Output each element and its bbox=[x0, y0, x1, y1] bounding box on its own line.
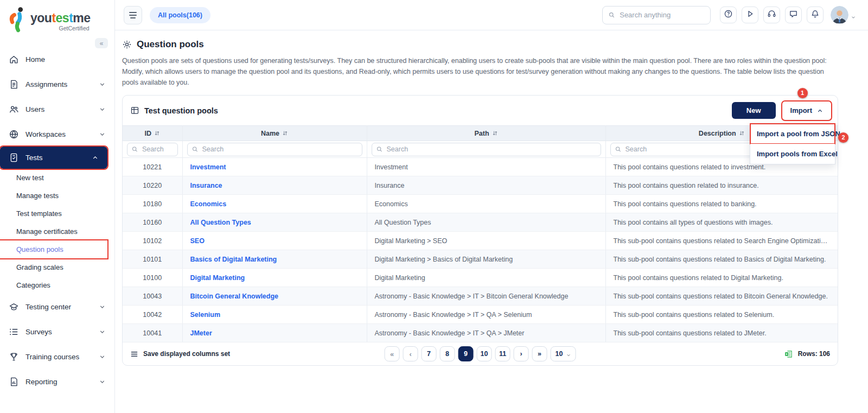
last-page-button[interactable]: » bbox=[532, 346, 547, 361]
search-icon bbox=[131, 145, 138, 152]
training-courses-icon bbox=[9, 352, 19, 362]
rows-count: Rows: 106 bbox=[798, 350, 830, 358]
sidebar-item-label: Surveys bbox=[25, 328, 52, 336]
pool-link[interactable]: All Question Types bbox=[190, 219, 251, 226]
sidebar-item-label: Reporting bbox=[25, 378, 58, 386]
excel-export-icon[interactable] bbox=[784, 350, 793, 359]
play-button[interactable] bbox=[742, 7, 758, 23]
home-icon bbox=[9, 54, 19, 65]
pagination: «‹7891011›»10 bbox=[385, 346, 576, 361]
sidebar-item-new-test[interactable]: New test bbox=[0, 169, 107, 187]
save-columns-button[interactable]: Save displayed columns set bbox=[130, 350, 230, 358]
cell-description: This pool contains question related to i… bbox=[605, 176, 838, 195]
global-search[interactable] bbox=[602, 6, 711, 24]
pool-link[interactable]: Economics bbox=[190, 200, 227, 208]
search-icon bbox=[615, 145, 622, 152]
table-row[interactable]: 10221InvestmentInvestmentThis pool conta… bbox=[123, 158, 838, 176]
page-button-9[interactable]: 9 bbox=[458, 346, 474, 361]
sidebar-item-manage-certificates[interactable]: Manage certificates bbox=[0, 223, 107, 240]
page-size-select[interactable]: 10 bbox=[551, 346, 576, 361]
main-area: All pools(106) bbox=[115, 0, 868, 413]
next-page-button[interactable]: › bbox=[514, 346, 529, 361]
table-row[interactable]: 10041JMeterAstronomy - Basic Knowledge >… bbox=[123, 324, 838, 342]
pool-link[interactable]: Digital Marketing bbox=[190, 274, 245, 282]
sort-icon[interactable] bbox=[154, 130, 160, 136]
sort-icon[interactable] bbox=[282, 130, 288, 136]
sidebar-item-testing-center[interactable]: Testing center bbox=[0, 294, 114, 319]
table-row[interactable]: 10102SEODigital Marketing > SEOThis sub-… bbox=[123, 232, 838, 250]
all-pools-chip[interactable]: All pools(106) bbox=[150, 7, 210, 23]
annotation-badge-2: 2 bbox=[838, 132, 848, 143]
page-button-8[interactable]: 8 bbox=[440, 346, 455, 361]
chevron-down-icon bbox=[99, 131, 106, 138]
app-root: youtestme GetCertified « HomeAssignments… bbox=[0, 0, 868, 413]
pool-link[interactable]: Basics of Digital Marketing bbox=[190, 256, 277, 263]
help-button[interactable] bbox=[720, 7, 737, 23]
cell-description: This sub-pool contains questions related… bbox=[605, 306, 838, 324]
sidebar-item-question-pools[interactable]: Question pools bbox=[0, 240, 107, 258]
cell-path: All Question Types bbox=[367, 213, 605, 232]
sidebar-item-label: Tests bbox=[25, 154, 43, 162]
users-icon bbox=[9, 104, 19, 115]
name-search-input[interactable] bbox=[187, 143, 362, 156]
pool-link[interactable]: JMeter bbox=[190, 329, 212, 337]
path-search-input[interactable] bbox=[372, 143, 601, 156]
column-header-name[interactable]: Name bbox=[182, 126, 367, 141]
table-row[interactable]: 10100Digital MarketingDigital MarketingT… bbox=[123, 269, 838, 287]
table-row[interactable]: 10180EconomicsEconomicsThis pool contain… bbox=[123, 195, 838, 213]
prev-page-button[interactable]: ‹ bbox=[403, 346, 418, 361]
global-search-input[interactable] bbox=[620, 11, 705, 19]
page-button-7[interactable]: 7 bbox=[422, 346, 437, 361]
page-button-11[interactable]: 11 bbox=[495, 346, 510, 361]
sidebar-item-categories[interactable]: Categories bbox=[0, 276, 107, 294]
sidebar-item-training-courses[interactable]: Training courses bbox=[0, 344, 114, 369]
sidebar-item-manage-tests[interactable]: Manage tests bbox=[0, 187, 107, 205]
column-header-path[interactable]: Path bbox=[367, 126, 605, 141]
sidebar-item-test-templates[interactable]: Test templates bbox=[0, 205, 107, 223]
chevron-down-icon bbox=[99, 303, 106, 310]
avatar[interactable] bbox=[831, 6, 848, 24]
cell-description: This pool contains questions related to … bbox=[605, 269, 838, 287]
import-button[interactable]: Import bbox=[783, 103, 830, 119]
column-header-id[interactable]: ID bbox=[123, 126, 182, 141]
pool-link[interactable]: Selenium bbox=[190, 311, 221, 319]
table-row[interactable]: 10160All Question TypesAll Question Type… bbox=[123, 213, 838, 232]
cell-id: 10041 bbox=[123, 324, 182, 342]
sidebar-item-assignments[interactable]: Assignments bbox=[0, 72, 114, 97]
pool-link[interactable]: SEO bbox=[190, 237, 205, 245]
sidebar-item-home[interactable]: Home bbox=[0, 47, 114, 72]
menu-item-import-pool-json[interactable]: Import a pool from JSON bbox=[750, 124, 835, 144]
sidebar-item-grading-scales[interactable]: Grading scales bbox=[0, 258, 107, 276]
menu-item-import-pools-excel[interactable]: Import pools from Excel bbox=[750, 144, 835, 164]
support-button[interactable] bbox=[763, 7, 780, 23]
new-button[interactable]: New bbox=[732, 102, 776, 119]
cell-path: Astronomy - Basic Knowledge > IT > Bitco… bbox=[367, 287, 605, 306]
cell-id: 10220 bbox=[123, 176, 182, 195]
user-menu[interactable] bbox=[831, 6, 856, 24]
sidebar-item-workspaces[interactable]: Workspaces bbox=[0, 122, 114, 147]
cell-id: 10101 bbox=[123, 250, 182, 269]
pool-link[interactable]: Insurance bbox=[190, 182, 222, 189]
cell-path: Insurance bbox=[367, 176, 605, 195]
table-row[interactable]: 10043Bitcoin General KnowledgeAstronomy … bbox=[123, 287, 838, 306]
sort-icon[interactable] bbox=[739, 130, 745, 136]
sidebar-item-surveys[interactable]: Surveys bbox=[0, 319, 114, 344]
sidebar-item-tests[interactable]: Tests bbox=[0, 147, 107, 169]
chat-button[interactable] bbox=[785, 7, 802, 23]
sidebar-item-users[interactable]: Users bbox=[0, 97, 114, 122]
testing-center-icon bbox=[9, 302, 19, 312]
first-page-button[interactable]: « bbox=[385, 346, 400, 361]
table-row[interactable]: 10042SeleniumAstronomy - Basic Knowledge… bbox=[123, 306, 838, 324]
notifications-button[interactable] bbox=[807, 7, 824, 23]
pool-link[interactable]: Bitcoin General Knowledge bbox=[190, 293, 279, 300]
pool-link[interactable]: Investment bbox=[190, 163, 226, 171]
table-row[interactable]: 10101Basics of Digital MarketingDigital … bbox=[123, 250, 838, 269]
table-row[interactable]: 10220InsuranceInsuranceThis pool contain… bbox=[123, 176, 838, 195]
card-title: Test question pools bbox=[144, 106, 218, 115]
sidebar-item-reporting[interactable]: Reporting bbox=[0, 369, 114, 394]
cell-name: SEO bbox=[182, 232, 367, 250]
sort-icon[interactable] bbox=[492, 130, 498, 136]
menu-toggle-button[interactable] bbox=[124, 6, 142, 24]
sidebar-item-label: Test templates bbox=[16, 209, 62, 218]
page-button-10[interactable]: 10 bbox=[477, 346, 492, 361]
